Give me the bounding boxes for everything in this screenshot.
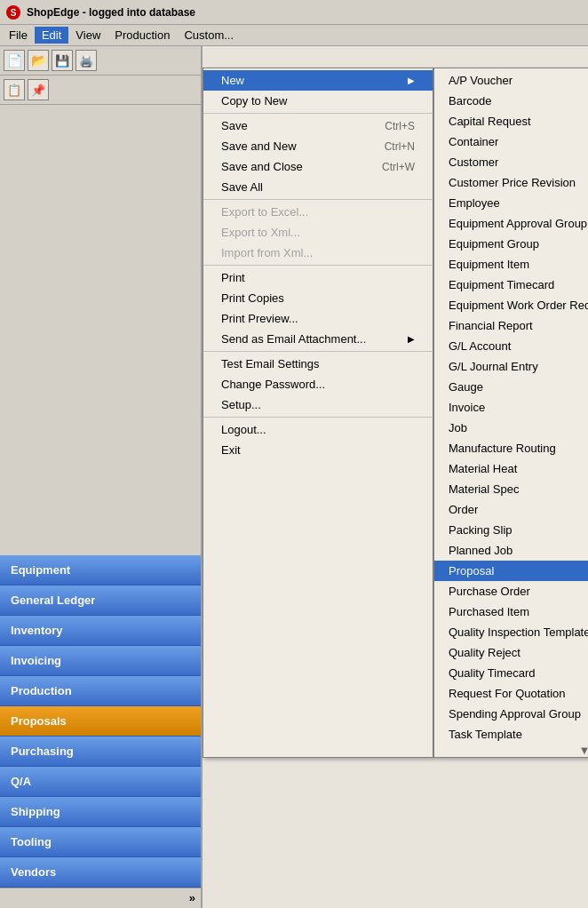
new-customer[interactable]: Customer Ctrl+Shift+C — [434, 152, 588, 172]
new-invoice[interactable]: Invoice Ctrl+Shift+I — [434, 397, 588, 418]
new-equipment-item[interactable]: Equipment Item Ctrl+Shift+0 — [434, 254, 588, 275]
new-spending-approval-group[interactable]: Spending Approval Group — [434, 704, 588, 724]
toolbar-save-icon[interactable]: 💾 — [52, 50, 73, 71]
menu-item-save-and-new[interactable]: Save and New Ctrl+N — [203, 136, 433, 156]
separator-2 — [203, 199, 433, 200]
menu-file[interactable]: File — [2, 27, 35, 44]
new-ap-voucher[interactable]: A/P Voucher Ctrl+Shift+K — [434, 70, 588, 91]
menu-production[interactable]: Production — [107, 27, 177, 44]
new-quality-reject[interactable]: Quality Reject Ctrl+Shift+7 — [434, 642, 588, 663]
app-logo: S — [5, 4, 21, 20]
sidebar-item-equipment[interactable]: Equipment — [0, 555, 201, 585]
sidebar-item-qa[interactable]: Q/A — [0, 767, 201, 797]
new-quality-timecard[interactable]: Quality Timecard Ctrl+Shift+6 — [434, 663, 588, 683]
toolbar-copy-icon[interactable]: 📋 — [4, 79, 25, 100]
new-planned-job[interactable]: Planned Job Ctrl+Shift+N — [434, 540, 588, 561]
menu-bar: File Edit View Production Custom... — [0, 25, 588, 46]
new-gl-account[interactable]: G/L Account Ctrl+Shift+G — [434, 336, 588, 356]
menu-item-send-email[interactable]: Send as Email Attachment... ▶ — [203, 329, 433, 349]
separator-4 — [203, 351, 433, 352]
menu-item-logout[interactable]: Logout... — [203, 419, 433, 440]
sidebar-nav: Equipment General Ledger Inventory Invoi… — [0, 555, 201, 888]
sidebar-bottom: » — [0, 888, 201, 908]
toolbar-open-icon[interactable]: 📂 — [28, 50, 49, 71]
content-area: New ▶ Copy to New Save Ctrl+S Save and N… — [203, 46, 588, 908]
new-material-heat[interactable]: Material Heat Ctrl+Shift+L — [434, 458, 588, 479]
sidebar-item-shipping[interactable]: Shipping — [0, 797, 201, 827]
toolbar-paste-icon[interactable]: 📌 — [28, 79, 49, 100]
toolbar-print-icon[interactable]: 🖨️ — [75, 50, 97, 71]
sidebar-more-button[interactable]: » — [189, 891, 195, 904]
new-financial-report[interactable]: Financial Report Ctrl+Shift+5 — [434, 315, 588, 336]
menu-item-change-password[interactable]: Change Password... — [203, 374, 433, 394]
sidebar: 📄 📂 💾 🖨️ 📋 📌 Equipment General Ledger In… — [0, 46, 203, 908]
menu-item-save-and-close[interactable]: Save and Close Ctrl+W — [203, 156, 433, 177]
app-title: ShopEdge - logged into database — [27, 6, 195, 19]
send-email-arrow: ▶ — [408, 334, 415, 344]
menu-item-copy-to-new[interactable]: Copy to New — [203, 91, 433, 111]
new-proposal[interactable]: Proposal Ctrl+Shift+H — [434, 561, 588, 581]
separator-3 — [203, 265, 433, 266]
menu-view[interactable]: View — [68, 27, 107, 44]
separator-5 — [203, 417, 433, 418]
menu-item-print-copies[interactable]: Print Copies — [203, 288, 433, 308]
new-container[interactable]: Container Ctrl+Shift+A — [434, 131, 588, 152]
toolbar-new-icon[interactable]: 📄 — [4, 50, 25, 71]
sidebar-item-tooling[interactable]: Tooling — [0, 827, 201, 857]
new-barcode[interactable]: Barcode Ctrl+Shift+4 — [434, 91, 588, 111]
menu-item-import-xml: Import from Xml... — [203, 243, 433, 263]
sidebar-item-invoicing[interactable]: Invoicing — [0, 646, 201, 676]
main-area: 📄 📂 💾 🖨️ 📋 📌 Equipment General Ledger In… — [0, 46, 588, 908]
menu-edit[interactable]: Edit — [35, 27, 68, 44]
menu-item-setup[interactable]: Setup... — [203, 394, 433, 415]
sidebar-item-proposals[interactable]: Proposals — [0, 706, 201, 737]
new-customer-price-revision[interactable]: Customer Price Revision — [434, 172, 588, 193]
new-task-template[interactable]: Task Template — [434, 724, 588, 745]
sidebar-item-production[interactable]: Production — [0, 676, 201, 706]
new-equipment-timecard[interactable]: Equipment Timecard Ctrl+Shift+X — [434, 275, 588, 295]
new-equipment-approval-group[interactable]: Equipment Approval Group — [434, 213, 588, 234]
separator-1 — [203, 113, 433, 114]
svg-text:S: S — [11, 8, 17, 18]
menu-custom[interactable]: Custom... — [177, 27, 241, 44]
new-request-for-quotation[interactable]: Request For Quotation — [434, 683, 588, 704]
new-purchased-item[interactable]: Purchased Item Ctrl+Shift+Q — [434, 601, 588, 622]
new-quality-inspection-template[interactable]: Quality Inspection Template Ctrl+Shift+2 — [434, 622, 588, 642]
new-purchase-order[interactable]: Purchase Order Ctrl+Shift+O — [434, 581, 588, 601]
menu-item-save[interactable]: Save Ctrl+S — [203, 115, 433, 136]
menu-item-print[interactable]: Print — [203, 267, 433, 288]
menu-item-print-preview[interactable]: Print Preview... — [203, 308, 433, 329]
title-bar: S ShopEdge - logged into database — [0, 0, 588, 25]
new-equipment-work-order-request[interactable]: Equipment Work Order Request Ctrl+Shift+… — [434, 295, 588, 315]
new-gauge[interactable]: Gauge Ctrl+Shift+J — [434, 377, 588, 397]
new-material-spec[interactable]: Material Spec Ctrl+Shift+Y — [434, 479, 588, 499]
dropdown-container: New ▶ Copy to New Save Ctrl+S Save and N… — [203, 68, 588, 758]
menu-item-export-xml: Export to Xml... — [203, 222, 433, 243]
submenu-scroll-indicator: ▼ — [434, 745, 588, 755]
new-order[interactable]: Order Ctrl+Shift+B — [434, 499, 588, 520]
new-manufacture-routing[interactable]: Manufacture Routing Ctrl+Shift+M — [434, 438, 588, 458]
sidebar-item-vendors[interactable]: Vendors — [0, 857, 201, 888]
menu-item-test-email[interactable]: Test Email Settings — [203, 354, 433, 374]
new-submenu: A/P Voucher Ctrl+Shift+K Barcode Ctrl+Sh… — [433, 68, 588, 758]
sidebar-item-purchasing[interactable]: Purchasing — [0, 737, 201, 767]
sidebar-item-inventory[interactable]: Inventory — [0, 616, 201, 646]
new-packing-slip[interactable]: Packing Slip Ctrl+Shift+P — [434, 520, 588, 540]
edit-dropdown: New ▶ Copy to New Save Ctrl+S Save and N… — [203, 68, 433, 758]
menu-item-save-all[interactable]: Save All — [203, 177, 433, 197]
menu-item-export-excel: Export to Excel... — [203, 202, 433, 222]
new-capital-request[interactable]: Capital Request — [434, 111, 588, 131]
menu-item-exit[interactable]: Exit — [203, 440, 433, 460]
sidebar-item-general-ledger[interactable]: General Ledger — [0, 585, 201, 616]
menu-item-new[interactable]: New ▶ — [203, 70, 433, 91]
new-equipment-group[interactable]: Equipment Group Ctrl+Shift+1 — [434, 234, 588, 254]
new-gl-journal-entry[interactable]: G/L Journal Entry Ctrl+Shift+U — [434, 356, 588, 377]
new-employee[interactable]: Employee Ctrl+Shift+E — [434, 193, 588, 213]
new-submenu-arrow: ▶ — [408, 76, 415, 85]
new-job[interactable]: Job — [434, 418, 588, 438]
